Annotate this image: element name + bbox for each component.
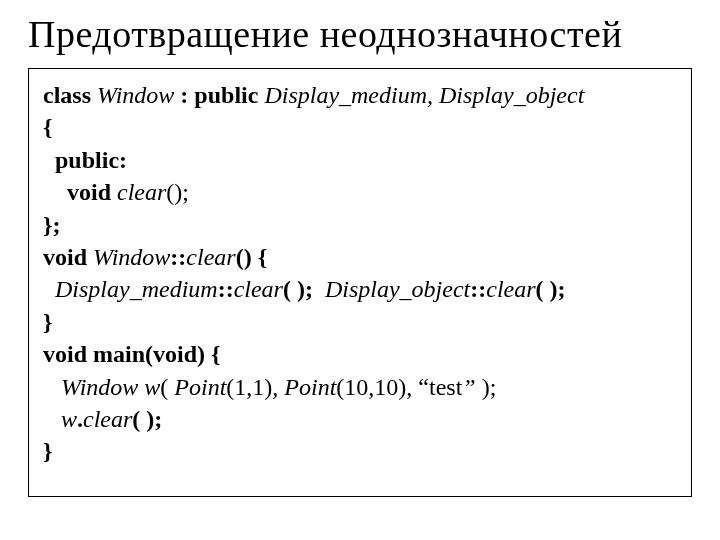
- code-line-1: class Window : public Display_medium, Di…: [43, 79, 677, 111]
- keyword-void: void: [43, 244, 93, 270]
- parens: ();: [166, 179, 189, 205]
- point-args-2: (10,10),: [336, 374, 418, 400]
- brace-open: {: [43, 114, 52, 140]
- stmt-end: );: [482, 374, 497, 400]
- var-w: w: [43, 406, 77, 432]
- method-clear: clear: [234, 276, 283, 302]
- code-line-9: void main(void) {: [43, 338, 677, 370]
- scope-op: ::: [218, 276, 234, 302]
- type-point-2: , Point: [272, 374, 336, 400]
- method-clear: clear: [83, 406, 132, 432]
- keyword-class: class: [43, 82, 97, 108]
- base-classes: Display_medium, Display_object: [264, 82, 584, 108]
- method-clear: clear: [186, 244, 235, 270]
- paren-open: (: [160, 374, 174, 400]
- type-point: Point: [174, 374, 226, 400]
- code-line-11: w.clear( );: [43, 403, 677, 435]
- call-end: ( );: [132, 406, 162, 432]
- scope-op: ::: [170, 244, 186, 270]
- code-line-4: void clear();: [43, 176, 677, 208]
- code-line-8: }: [43, 306, 677, 338]
- call-end: ( );: [536, 276, 566, 302]
- keyword-public: : public: [180, 82, 264, 108]
- brace-close: }: [43, 438, 52, 464]
- access-public: public:: [43, 147, 127, 173]
- code-line-7: Display_medium::clear( ); Display_object…: [43, 273, 677, 305]
- code-line-2: {: [43, 111, 677, 143]
- quote-close: ”: [462, 374, 481, 400]
- code-line-12: }: [43, 435, 677, 467]
- keyword-void: void: [43, 179, 117, 205]
- class-end: };: [43, 212, 60, 238]
- call-sep: ( );: [283, 276, 325, 302]
- type-window: Window: [93, 244, 170, 270]
- type-display-medium: Display_medium: [43, 276, 218, 302]
- quote-open: “: [418, 374, 429, 400]
- string-test: test: [429, 374, 462, 400]
- code-line-10: Window w( Point(1,1), Point(10,10), “tes…: [43, 371, 677, 403]
- code-block: class Window : public Display_medium, Di…: [28, 68, 692, 497]
- method-clear: clear: [486, 276, 535, 302]
- type-display-object: Display_object: [325, 276, 470, 302]
- code-line-5: };: [43, 209, 677, 241]
- point-args-1: (1,1): [226, 374, 272, 400]
- main-decl: void main(void) {: [43, 341, 220, 367]
- brace-close: }: [43, 309, 52, 335]
- scope-op: ::: [470, 276, 486, 302]
- method-clear: clear: [117, 179, 166, 205]
- var-window-w: Window w: [43, 374, 160, 400]
- type-window: Window: [97, 82, 180, 108]
- fn-open: () {: [236, 244, 267, 270]
- slide: Предотвращение неоднозначностей class Wi…: [0, 0, 720, 517]
- code-line-3: public:: [43, 144, 677, 176]
- slide-title: Предотвращение неоднозначностей: [28, 12, 692, 56]
- code-line-6: void Window::clear() {: [43, 241, 677, 273]
